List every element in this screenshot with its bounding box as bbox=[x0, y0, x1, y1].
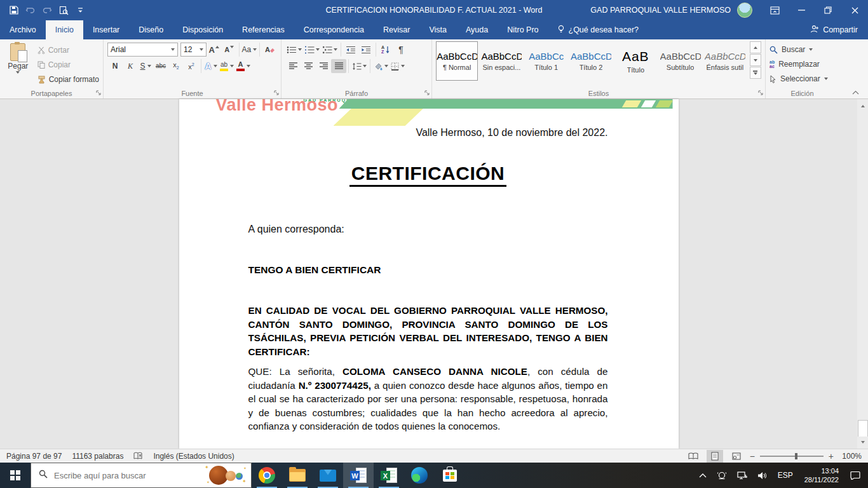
tab-inicio[interactable]: Inicio bbox=[46, 20, 83, 39]
align-left-button[interactable] bbox=[285, 59, 301, 73]
multilevel-list-button[interactable] bbox=[321, 43, 339, 57]
shrink-font-button[interactable]: A bbox=[222, 43, 237, 57]
font-size-combo[interactable]: 12 bbox=[180, 43, 207, 57]
tab-archivo[interactable]: Archivo bbox=[0, 20, 46, 39]
styles-dialog-launcher-icon[interactable] bbox=[758, 89, 763, 97]
taskbar-mail[interactable] bbox=[313, 463, 343, 488]
minimize-icon[interactable] bbox=[788, 0, 815, 20]
clock[interactable]: 13:04 28/11/2022 bbox=[799, 466, 844, 485]
style-titulo[interactable]: AaB Título bbox=[614, 41, 656, 81]
tray-chevron-icon[interactable] bbox=[695, 463, 710, 488]
taskbar-edge[interactable] bbox=[404, 463, 435, 488]
format-painter-button[interactable]: Copiar formato bbox=[37, 73, 99, 86]
change-case-button[interactable]: Aa bbox=[241, 43, 257, 57]
strikethrough-button[interactable]: abc bbox=[153, 59, 168, 73]
tab-correspondencia[interactable]: Correspondencia bbox=[294, 20, 374, 39]
language-tray[interactable]: ESP bbox=[774, 463, 797, 488]
align-right-button[interactable] bbox=[316, 59, 331, 73]
scroll-down-icon[interactable] bbox=[857, 437, 868, 447]
ribbon-display-options-icon[interactable] bbox=[761, 0, 788, 20]
close-icon[interactable] bbox=[841, 0, 868, 20]
start-button[interactable] bbox=[0, 463, 31, 488]
show-marks-button[interactable]: ¶ bbox=[393, 43, 409, 57]
font-name-combo[interactable]: Arial bbox=[107, 43, 178, 57]
italic-button[interactable]: K bbox=[123, 59, 138, 73]
clipboard-dialog-launcher-icon[interactable] bbox=[96, 89, 101, 97]
tab-insertar[interactable]: Insertar bbox=[83, 20, 129, 39]
bullets-button[interactable] bbox=[285, 43, 303, 57]
customize-qat-icon[interactable] bbox=[72, 3, 88, 18]
word-count[interactable]: 11163 palabras bbox=[72, 452, 123, 461]
taskbar-chrome[interactable] bbox=[252, 463, 282, 488]
zoom-track[interactable] bbox=[760, 456, 824, 457]
save-icon[interactable] bbox=[6, 3, 22, 18]
text-effects-button[interactable]: A bbox=[203, 59, 219, 73]
web-layout-icon[interactable] bbox=[728, 450, 745, 463]
sort-button[interactable]: AZ bbox=[378, 43, 393, 57]
volume-icon[interactable] bbox=[754, 463, 771, 488]
taskbar-word[interactable]: W bbox=[343, 463, 374, 488]
collapse-ribbon-icon[interactable] bbox=[852, 88, 859, 97]
paste-button[interactable]: Pegar bbox=[4, 42, 32, 88]
styles-scroll-down-icon[interactable] bbox=[750, 54, 761, 66]
language-indicator[interactable]: Inglés (Estados Unidos) bbox=[153, 452, 234, 461]
tab-disposicion[interactable]: Disposición bbox=[173, 20, 233, 39]
tab-vista[interactable]: Vista bbox=[419, 20, 456, 39]
font-name-dropdown-icon[interactable] bbox=[171, 48, 175, 51]
style-titulo-1[interactable]: AaBbCc Título 1 bbox=[526, 41, 567, 81]
bold-button[interactable]: N bbox=[107, 59, 123, 73]
taskbar-store[interactable] bbox=[435, 463, 465, 488]
print-preview-icon[interactable] bbox=[56, 3, 71, 18]
tab-diseno[interactable]: Diseño bbox=[129, 20, 173, 39]
read-mode-icon[interactable] bbox=[685, 450, 702, 463]
scrollbar-thumb[interactable] bbox=[858, 420, 868, 438]
borders-button[interactable] bbox=[390, 59, 406, 73]
align-center-button[interactable] bbox=[301, 59, 316, 73]
font-color-button[interactable]: A bbox=[235, 59, 252, 73]
paragraph-dialog-launcher-icon[interactable] bbox=[424, 89, 430, 97]
underline-button[interactable]: S bbox=[138, 59, 153, 73]
account-name[interactable]: GAD PARROQUIAL VALLE HERMOSO bbox=[590, 6, 731, 15]
zoom-out-icon[interactable]: − bbox=[750, 452, 755, 461]
highlight-button[interactable]: ab bbox=[219, 59, 235, 73]
taskbar-excel[interactable]: X bbox=[374, 463, 404, 488]
styles-more-icon[interactable] bbox=[750, 67, 761, 79]
zoom-slider[interactable]: − + bbox=[750, 452, 834, 461]
numbering-button[interactable] bbox=[303, 43, 321, 57]
font-size-dropdown-icon[interactable] bbox=[200, 48, 203, 51]
shading-button[interactable] bbox=[372, 59, 390, 73]
find-button[interactable]: Buscar bbox=[770, 43, 835, 56]
scroll-up-icon[interactable] bbox=[857, 100, 868, 111]
styles-scroll-up-icon[interactable] bbox=[750, 41, 761, 53]
line-spacing-button[interactable] bbox=[351, 59, 368, 73]
justify-button[interactable] bbox=[331, 59, 346, 73]
style-titulo-2[interactable]: AaBbCcD Título 2 bbox=[570, 41, 612, 81]
superscript-button[interactable]: x2 bbox=[184, 59, 199, 73]
document-page[interactable]: GAD PARROQUIAL Valle Hermoso Valle Hermo… bbox=[179, 99, 679, 449]
tab-revisar[interactable]: Revisar bbox=[374, 20, 419, 39]
style-sin-espaciado[interactable]: AaBbCcDc Sin espaci... bbox=[480, 41, 522, 81]
zoom-level[interactable]: 100% bbox=[839, 452, 862, 461]
copy-button[interactable]: Copiar bbox=[37, 58, 99, 71]
share-button[interactable]: Compartir bbox=[800, 20, 868, 39]
tell-me-box[interactable]: ¿Qué desea hacer? bbox=[548, 20, 648, 39]
page-indicator[interactable]: Página 97 de 97 bbox=[6, 452, 62, 461]
meet-now-icon[interactable] bbox=[713, 463, 731, 488]
decrease-indent-button[interactable] bbox=[343, 43, 358, 57]
cut-button[interactable]: Cortar bbox=[37, 44, 99, 57]
print-layout-icon[interactable] bbox=[707, 450, 723, 463]
zoom-thumb[interactable] bbox=[795, 453, 797, 459]
network-icon[interactable] bbox=[733, 463, 751, 488]
redo-icon[interactable] bbox=[39, 3, 55, 18]
search-input[interactable] bbox=[53, 470, 204, 481]
restore-icon[interactable] bbox=[815, 0, 841, 20]
action-center-icon[interactable] bbox=[846, 463, 864, 488]
clear-formatting-button[interactable]: A bbox=[262, 43, 277, 57]
subscript-button[interactable]: x2 bbox=[168, 59, 184, 73]
font-dialog-launcher-icon[interactable] bbox=[274, 89, 279, 97]
taskbar-search[interactable]: ✦ ✦ ✦ ✦ bbox=[31, 463, 252, 488]
style-enfasis-sutil[interactable]: AaBbCcDc Énfasis sutil bbox=[704, 41, 746, 81]
tab-referencias[interactable]: Referencias bbox=[233, 20, 294, 39]
proofing-icon[interactable] bbox=[133, 452, 143, 460]
paste-dropdown-icon[interactable] bbox=[16, 71, 20, 74]
